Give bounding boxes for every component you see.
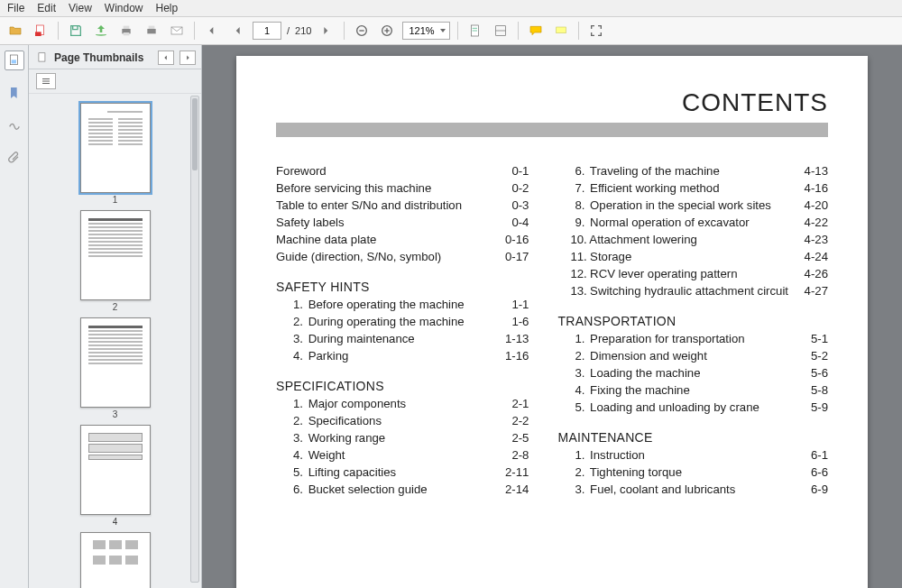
- toc-entry: 2. Specifications2-2: [276, 414, 529, 427]
- create-pdf-icon[interactable]: [31, 21, 51, 41]
- toc-page-number: 4-26: [796, 267, 828, 280]
- thumbnail[interactable]: [29, 532, 201, 588]
- toc-entry: Machine data plate0-16: [276, 233, 529, 246]
- thumbnail[interactable]: 4: [29, 425, 201, 527]
- upload-icon[interactable]: [91, 21, 111, 41]
- toc-entry: 3. Working range2-5: [276, 431, 529, 445]
- toc-entry: 9. Normal operation of excavator4-22: [557, 216, 828, 229]
- toc-page-number: 0-17: [496, 250, 529, 263]
- toc-label: 2. Tightening torque: [570, 465, 682, 479]
- page-separator: /: [287, 25, 290, 36]
- thumbnail-number: 4: [29, 517, 201, 527]
- thumbnail[interactable]: 1: [29, 103, 201, 205]
- toc-entry: 7. Efficient working method4-16: [557, 181, 828, 195]
- thumbnail[interactable]: 2: [29, 210, 201, 312]
- print-setup-icon[interactable]: [142, 21, 161, 41]
- sidebar-header: Page Thumbnails: [29, 45, 201, 69]
- toc-page-number: 4-22: [796, 216, 828, 229]
- fit-page-icon[interactable]: [465, 21, 485, 41]
- open-file-icon[interactable]: [5, 21, 25, 41]
- toolbar-separator: [58, 22, 59, 40]
- save-icon[interactable]: [66, 21, 86, 41]
- toc-page-number: 4-16: [796, 181, 828, 195]
- toc-label: 1. Before operating the machine: [289, 298, 465, 311]
- toc-page-number: 0-4: [496, 216, 529, 229]
- toc-label: 8. Operation in the special work sites: [570, 198, 771, 212]
- menu-help[interactable]: Help: [156, 2, 179, 14]
- toc-page-number: 5-9: [796, 400, 828, 414]
- toc-label: 3. Loading the machine: [570, 366, 700, 380]
- toc-label: 3. During maintenance: [289, 332, 415, 345]
- highlight-icon[interactable]: [551, 21, 571, 41]
- zoom-out-icon[interactable]: [352, 21, 372, 41]
- page-icon: [36, 51, 49, 64]
- toc-page-number: 2-8: [496, 448, 529, 462]
- toc-page-number: 6-6: [796, 465, 828, 479]
- toc-label: 5. Loading and unloading by crane: [570, 400, 759, 414]
- toc-label: 10. Attachment lowering: [570, 233, 696, 246]
- toc-page-number: 4-23: [796, 233, 828, 246]
- toc-entry: 13. Switching hydraulic attachment circu…: [557, 284, 828, 298]
- svg-rect-1: [35, 32, 41, 36]
- toc-label: 4. Parking: [289, 349, 348, 363]
- toc-label: 6. Traveling of the machine: [570, 164, 719, 178]
- email-icon[interactable]: [167, 21, 187, 41]
- toc-entry: Foreword0-1: [276, 164, 529, 178]
- svg-rect-4: [124, 32, 130, 35]
- toc-page-number: 5-2: [796, 349, 828, 363]
- next-page-icon[interactable]: [317, 21, 336, 41]
- page-number-input[interactable]: [253, 22, 281, 40]
- toc-entry: 1. Instruction6-1: [557, 448, 828, 462]
- thumbnail[interactable]: 3: [29, 317, 201, 419]
- sidebar-tools: [29, 69, 201, 94]
- menu-edit[interactable]: Edit: [37, 2, 56, 14]
- print-icon[interactable]: [116, 21, 136, 41]
- toc-page-number: 2-1: [496, 397, 529, 410]
- zoom-dropdown[interactable]: 121%: [402, 22, 449, 40]
- toc-label: 9. Normal operation of excavator: [570, 216, 749, 229]
- toc-entry: 3. During maintenance1-13: [276, 332, 529, 345]
- toc-page-number: 5-6: [796, 366, 828, 380]
- toc-page-number: 6-1: [796, 448, 828, 462]
- thumbnail-number: 3: [29, 409, 201, 419]
- fit-width-icon[interactable]: [491, 21, 511, 41]
- toc-section-heading: SAFETY HINTS: [276, 280, 529, 294]
- thumbnails-tab-icon[interactable]: [5, 51, 24, 70]
- menu-window[interactable]: Window: [105, 2, 143, 14]
- toc-label: 2. Specifications: [289, 414, 382, 427]
- signatures-tab-icon[interactable]: [5, 115, 24, 135]
- toc-entry: Before servicing this machine0-2: [276, 181, 529, 195]
- comment-icon[interactable]: [526, 21, 546, 41]
- toc-label: 6. Bucket selection guide: [289, 482, 428, 496]
- zoom-in-icon[interactable]: [377, 21, 397, 41]
- toc-label: 1. Instruction: [570, 448, 645, 462]
- svg-rect-18: [39, 53, 45, 61]
- sidebar-scrollbar[interactable]: [190, 96, 199, 583]
- toc-entry: 1. Major components2-1: [276, 397, 529, 410]
- toc-columns: Foreword0-1Before servicing this machine…: [276, 161, 828, 500]
- toc-page-number: 0-2: [496, 181, 529, 195]
- toc-entry: 2. Tightening torque6-6: [557, 465, 828, 479]
- toc-page-number: 6-9: [796, 482, 828, 496]
- prev-page-icon[interactable]: [227, 21, 247, 41]
- first-page-icon[interactable]: [202, 21, 222, 41]
- scrollbar-handle[interactable]: [192, 98, 198, 170]
- options-dropdown-icon[interactable]: [36, 73, 56, 89]
- toc-entry: Safety labels0-4: [276, 216, 529, 229]
- zoom-value: 121%: [409, 25, 434, 36]
- bookmarks-tab-icon[interactable]: [5, 83, 24, 103]
- menu-file[interactable]: File: [7, 2, 24, 14]
- collapse-right-icon[interactable]: [179, 51, 196, 65]
- menu-view[interactable]: View: [69, 2, 92, 14]
- fullscreen-icon[interactable]: [586, 21, 606, 41]
- toc-label: 11. Storage: [570, 250, 631, 263]
- toc-page-number: 0-3: [496, 198, 529, 212]
- toc-page-number: 2-14: [496, 482, 529, 496]
- collapse-left-icon[interactable]: [158, 51, 174, 65]
- document-area[interactable]: CONTENTS Foreword0-1Before servicing thi…: [202, 45, 902, 588]
- toc-label: Safety labels: [276, 216, 345, 229]
- workspace: Page Thumbnails 1234 CONTENTS Foreword0-…: [0, 45, 902, 588]
- toc-entry: 4. Parking1-16: [276, 349, 529, 363]
- attachments-tab-icon[interactable]: [5, 148, 24, 168]
- toc-entry: 4. Weight2-8: [276, 448, 529, 462]
